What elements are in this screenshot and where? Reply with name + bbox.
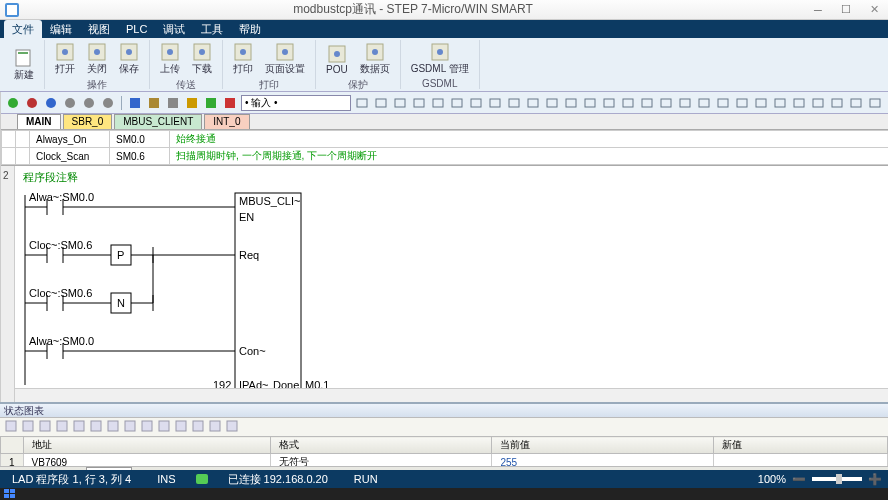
tool2-btn-21[interactable]: [753, 95, 769, 111]
tool2-btn-19[interactable]: [715, 95, 731, 111]
menu-编辑[interactable]: 编辑: [42, 20, 80, 39]
chart-tool-11[interactable]: [191, 419, 205, 435]
start-button[interactable]: [4, 489, 18, 499]
tool-btn-2[interactable]: [43, 95, 59, 111]
chart-tool-13[interactable]: [225, 419, 239, 435]
new-button[interactable]: 新建: [10, 46, 38, 84]
tool2-btn-5[interactable]: [449, 95, 465, 111]
tool2-btn-25[interactable]: [829, 95, 845, 111]
svg-rect-89: [623, 99, 633, 107]
pou-tab-SBR_0[interactable]: SBR_0: [63, 114, 113, 129]
chart-tool-2[interactable]: [38, 419, 52, 435]
menu-文件[interactable]: 文件: [4, 20, 42, 39]
ribbon-数据页[interactable]: 数据页: [356, 40, 394, 78]
tool2-btn-7[interactable]: [487, 95, 503, 111]
tool-btn-9[interactable]: [184, 95, 200, 111]
menu-PLC[interactable]: PLC: [118, 21, 155, 37]
ribbon-POU[interactable]: POU: [322, 42, 352, 77]
chart-tool-8[interactable]: [140, 419, 154, 435]
tool2-btn-26[interactable]: [848, 95, 864, 111]
tool2-btn-11[interactable]: [563, 95, 579, 111]
ribbon-上传[interactable]: 上传: [156, 40, 184, 78]
tool-btn-10[interactable]: [203, 95, 219, 111]
symbol-row[interactable]: Clock_ScanSM0.6扫描周期时钟, 一个周期接通, 下一个周期断开: [2, 148, 889, 165]
svg-point-67: [84, 98, 94, 108]
chart-tool-6[interactable]: [106, 419, 120, 435]
col-header[interactable]: 格式: [271, 437, 492, 454]
ribbon-下载[interactable]: 下载: [188, 40, 216, 78]
chart-tool-9[interactable]: [157, 419, 171, 435]
status-chart-title: 状态图表: [0, 404, 888, 418]
horizontal-scrollbar[interactable]: [15, 388, 888, 402]
tool-btn-4[interactable]: [81, 95, 97, 111]
tool2-btn-14[interactable]: [620, 95, 636, 111]
tool-btn-5[interactable]: [100, 95, 116, 111]
tool2-btn-22[interactable]: [772, 95, 788, 111]
chart-tool-7[interactable]: [123, 419, 137, 435]
chart-tool-1[interactable]: [21, 419, 35, 435]
ribbon-GSDML 管理[interactable]: GSDML 管理: [407, 40, 473, 78]
col-header[interactable]: 地址: [23, 437, 271, 454]
ladder-diagram[interactable]: Alwa~:SM0.0MBUS_CLI~ENCloc~:SM0.6PReqClo…: [23, 185, 783, 395]
ribbon-关闭[interactable]: 关闭: [83, 40, 111, 78]
menu-调试[interactable]: 调试: [155, 20, 193, 39]
ribbon-页面设置[interactable]: 页面设置: [261, 40, 309, 78]
chart-tool-3[interactable]: [55, 419, 69, 435]
tool2-btn-10[interactable]: [544, 95, 560, 111]
col-header[interactable]: 当前值: [492, 437, 713, 454]
tool2-btn-16[interactable]: [658, 95, 674, 111]
tool2-btn-0[interactable]: [354, 95, 370, 111]
status-chart-grid[interactable]: 地址格式当前值新值1VB7609无符号2552VW0有符号+103VW2有符号+…: [0, 436, 888, 466]
pou-tab-INT_0[interactable]: INT_0: [204, 114, 249, 129]
zoom-slider[interactable]: [812, 477, 862, 481]
tool-btn-11[interactable]: [222, 95, 238, 111]
tool2-btn-17[interactable]: [677, 95, 693, 111]
pou-tab-MBUS_CLIENT[interactable]: MBUS_CLIENT: [114, 114, 202, 129]
tool2-btn-8[interactable]: [506, 95, 522, 111]
menu-工具[interactable]: 工具: [193, 20, 231, 39]
tool-btn-8[interactable]: [165, 95, 181, 111]
chart-tool-5[interactable]: [89, 419, 103, 435]
tool2-btn-6[interactable]: [468, 95, 484, 111]
tool-btn-3[interactable]: [62, 95, 78, 111]
windows-taskbar[interactable]: [0, 488, 888, 500]
ribbon-保存[interactable]: 保存: [115, 40, 143, 78]
tool2-btn-2[interactable]: [392, 95, 408, 111]
tool2-btn-23[interactable]: [791, 95, 807, 111]
tool2-btn-12[interactable]: [582, 95, 598, 111]
pou-tab-MAIN[interactable]: MAIN: [17, 114, 61, 129]
tool2-btn-9[interactable]: [525, 95, 541, 111]
status-row[interactable]: 1VB7609无符号255: [1, 454, 888, 467]
ribbon-打开[interactable]: 打开: [51, 40, 79, 78]
tool-btn-7[interactable]: [146, 95, 162, 111]
tool2-btn-13[interactable]: [601, 95, 617, 111]
tool2-btn-15[interactable]: [639, 95, 655, 111]
tool2-btn-20[interactable]: [734, 95, 750, 111]
tool-btn-6[interactable]: [127, 95, 143, 111]
menu-帮助[interactable]: 帮助: [231, 20, 269, 39]
tool2-btn-27[interactable]: [867, 95, 883, 111]
tool2-btn-4[interactable]: [430, 95, 446, 111]
instruction-input[interactable]: [241, 95, 351, 111]
minimize-button[interactable]: ─: [804, 1, 832, 19]
menu-视图[interactable]: 视图: [80, 20, 118, 39]
ribbon-打印[interactable]: 打印: [229, 40, 257, 78]
ladder-area[interactable]: 2 程序段注释 Alwa~:SM0.0MBUS_CLI~ENCloc~:SM0.…: [1, 166, 888, 402]
tool-btn-1[interactable]: [24, 95, 40, 111]
zoom-in-button[interactable]: ➕: [868, 473, 882, 486]
tool2-btn-1[interactable]: [373, 95, 389, 111]
col-header[interactable]: 新值: [713, 437, 887, 454]
symbol-row[interactable]: Always_OnSM0.0始终接通: [2, 131, 889, 148]
zoom-out-button[interactable]: ➖: [792, 473, 806, 486]
tool2-btn-18[interactable]: [696, 95, 712, 111]
svg-rect-102: [870, 99, 880, 107]
tool2-btn-24[interactable]: [810, 95, 826, 111]
maximize-button[interactable]: ☐: [832, 1, 860, 19]
chart-tool-12[interactable]: [208, 419, 222, 435]
tool-btn-0[interactable]: [5, 95, 21, 111]
chart-tool-10[interactable]: [174, 419, 188, 435]
close-button[interactable]: ✕: [860, 1, 888, 19]
tool2-btn-3[interactable]: [411, 95, 427, 111]
chart-tool-4[interactable]: [72, 419, 86, 435]
chart-tool-0[interactable]: [4, 419, 18, 435]
